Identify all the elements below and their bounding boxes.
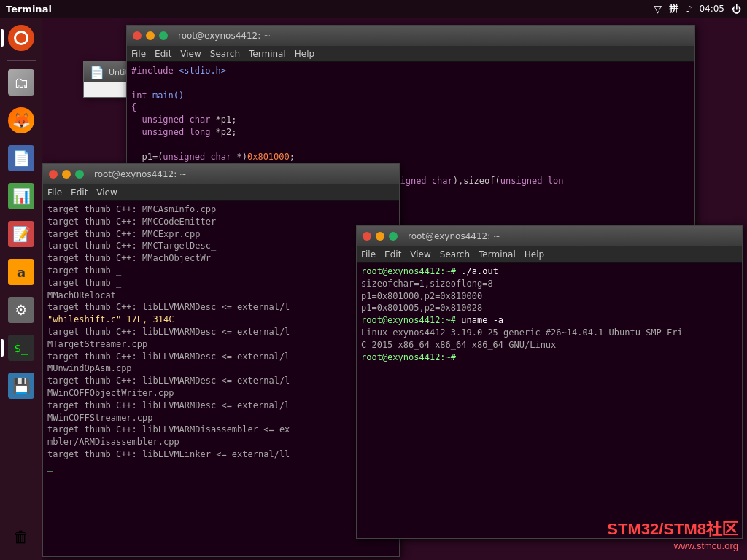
- terminal-window-3[interactable]: root@exynos4412: ~ File Edit View Search…: [356, 225, 743, 539]
- list-item: MMachORelocat_: [47, 289, 395, 302]
- sidebar-icon-impress[interactable]: 📝: [4, 217, 39, 252]
- terminal1-menu-view[interactable]: View: [180, 49, 201, 59]
- list-item: p1=0x801005,p2=0x810028: [361, 302, 738, 314]
- sidebar-icon-amazon[interactable]: a: [4, 254, 39, 289]
- terminal2-menubar: File Edit View: [43, 184, 399, 201]
- list-item: MWinCOFFObjectWriter.cpp: [47, 387, 395, 400]
- list-item: _: [47, 461, 395, 473]
- list-item: target thumb C++: libLLVMLinker <= exter…: [47, 448, 395, 461]
- list-item: mbler/ARMDisassembler.cpp: [47, 436, 395, 448]
- clock: 04:05: [699, 4, 724, 14]
- list-item: target thumb C++: MMCTargetDesc_: [47, 240, 395, 252]
- watermark-url: www.stmcu.org: [607, 540, 738, 551]
- system-bar-title: Terminal: [6, 4, 52, 15]
- list-item: target thumb C++: libLLVMARMDesc <= exte…: [47, 301, 395, 314]
- list-item: C 2015 x86_64 x86_64 x86_64 GNU/Linux: [361, 339, 738, 351]
- terminal2-menu-edit[interactable]: Edit: [71, 187, 88, 198]
- sidebar-icon-firefox[interactable]: 🦊: [4, 103, 39, 138]
- sidebar-icon-settings[interactable]: ⚙: [4, 292, 39, 327]
- terminal1-menu-file[interactable]: File: [131, 49, 146, 59]
- system-bar: Terminal ▽ 拼 ♪ 04:05 ⏻: [0, 0, 747, 18]
- list-item: target thumb C++: libLLVMARMDesc <= exte…: [47, 400, 395, 412]
- terminal1-menu-edit[interactable]: Edit: [155, 49, 171, 59]
- list-item: target thumb C++: MMCExpr.cpp: [47, 228, 395, 241]
- list-item: MTargetStreamer.cpp: [47, 338, 395, 351]
- list-item: "whileshift.c" 17L, 314C: [47, 314, 395, 326]
- list-item: target thumb C++: libLLVMARMDisassembler…: [47, 424, 395, 436]
- terminal3-menu-help[interactable]: Help: [525, 249, 544, 260]
- terminal1-menubar: File Edit View Search Terminal Help: [127, 46, 694, 62]
- keyboard-icon: 拼: [669, 2, 678, 15]
- watermark: STM32/STM8社区 www.stmcu.org: [607, 518, 738, 551]
- terminal1-minimize-btn[interactable]: [146, 31, 155, 40]
- terminal2-maximize-btn[interactable]: [75, 170, 84, 179]
- list-item: Linux exynos4412 3.19.0-25-generic #26~1…: [361, 327, 738, 339]
- sidebar-icon-trash[interactable]: 🗑: [4, 519, 39, 554]
- volume-icon: ♪: [686, 4, 692, 15]
- terminal1-close-btn[interactable]: [133, 31, 142, 40]
- terminal1-title: root@exynos4412: ~: [178, 31, 271, 41]
- main-area: 📄 Untitled Docu root@exynos4412: ~ File …: [42, 18, 747, 560]
- terminal3-menu-view[interactable]: View: [410, 249, 430, 260]
- list-item: root@exynos4412:~# uname -a: [361, 314, 738, 327]
- sidebar-icon-save[interactable]: 💾: [4, 368, 39, 403]
- sidebar-divider-1: [7, 60, 36, 61]
- list-item: target thumb _: [47, 265, 395, 277]
- sidebar-icon-ubuntu[interactable]: [4, 20, 39, 55]
- terminal1-maximize-btn[interactable]: [159, 31, 168, 40]
- list-item: MWinCOFFStreamer.cpp: [47, 412, 395, 424]
- system-bar-right: ▽ 拼 ♪ 04:05 ⏻: [654, 2, 741, 15]
- terminal2-body[interactable]: target thumb C++: MMCAsmInfo.cpp target …: [43, 201, 399, 556]
- wifi-icon: ▽: [654, 3, 662, 15]
- sidebar-icon-calc[interactable]: 📊: [4, 179, 39, 214]
- power-icon: ⏻: [732, 4, 741, 15]
- terminal2-titlebar[interactable]: root@exynos4412: ~: [43, 164, 399, 184]
- terminal1-menu-help[interactable]: Help: [295, 49, 314, 59]
- terminal2-title: root@exynos4412: ~: [94, 169, 187, 179]
- terminal2-menu-file[interactable]: File: [47, 187, 62, 198]
- list-item: p1=0x801000,p2=0x810000: [361, 290, 738, 303]
- list-item: target thumb C++: MMCAsmInfo.cpp: [47, 203, 395, 216]
- list-item: target thumb C++: MMCCodeEmitter: [47, 216, 395, 228]
- terminal3-minimize-btn[interactable]: [376, 232, 384, 241]
- terminal3-maximize-btn[interactable]: [389, 232, 398, 241]
- list-item: target thumb C++: libLLVMARMDesc <= exte…: [47, 351, 395, 363]
- list-item: root@exynos4412:~# ​: [361, 351, 738, 364]
- terminal2-menu-view[interactable]: View: [96, 187, 117, 198]
- terminal3-menu-file[interactable]: File: [361, 249, 376, 260]
- terminal3-menubar: File Edit View Search Terminal Help: [357, 246, 742, 262]
- terminal2-minimize-btn[interactable]: [62, 170, 71, 179]
- terminal1-menu-terminal[interactable]: Terminal: [249, 49, 286, 59]
- list-item: MUnwindOpAsm.cpp: [47, 362, 395, 375]
- list-item: target thumb C++: MMachObjectWr_: [47, 252, 395, 265]
- unity-sidebar: 🗂 🦊 📄 📊 📝 a ⚙ $_: [0, 18, 42, 560]
- list-item: target thumb C++: libLLVMARMDesc <= exte…: [47, 326, 395, 338]
- list-item: root@exynos4412:~# ./a.out: [361, 265, 738, 278]
- terminal3-menu-terminal[interactable]: Terminal: [479, 249, 516, 260]
- terminal-window-2[interactable]: root@exynos4412: ~ File Edit View target…: [42, 163, 400, 557]
- terminal3-close-btn[interactable]: [363, 232, 371, 241]
- terminal3-title: root@exynos4412: ~: [408, 231, 500, 241]
- sidebar-icon-writer[interactable]: 📄: [4, 141, 39, 176]
- list-item: target thumb C++: libLLVMARMDesc <= exte…: [47, 375, 395, 387]
- sidebar-icon-files[interactable]: 🗂: [4, 65, 39, 100]
- terminal1-menu-search[interactable]: Search: [210, 49, 240, 59]
- terminal2-close-btn[interactable]: [49, 170, 58, 179]
- watermark-title: STM32/STM8社区: [607, 518, 738, 540]
- sidebar-icon-terminal[interactable]: $_: [4, 330, 39, 365]
- list-item: sizeofchar=1,sizeoflong=8: [361, 278, 738, 290]
- terminal3-menu-edit[interactable]: Edit: [384, 249, 401, 260]
- list-item: target thumb _: [47, 277, 395, 289]
- terminal3-body[interactable]: root@exynos4412:~# ./a.out sizeofchar=1,…: [357, 262, 742, 538]
- terminal3-menu-search[interactable]: Search: [440, 249, 470, 260]
- terminal3-titlebar[interactable]: root@exynos4412: ~: [357, 226, 742, 246]
- terminal1-titlebar[interactable]: root@exynos4412: ~: [127, 26, 694, 46]
